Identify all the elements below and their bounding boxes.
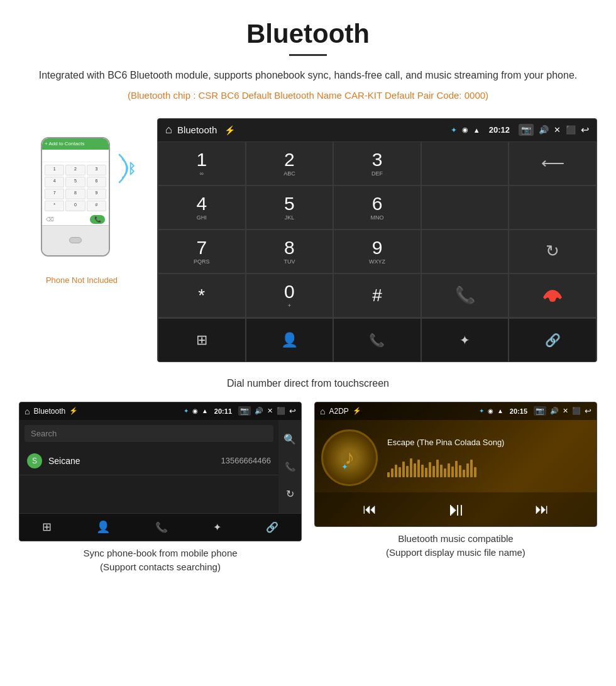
- music-x-icon[interactable]: ✕: [563, 407, 568, 415]
- bottom-screenshots: ⌂ Bluetooth ⚡ ✦ ◉ ▲ 20:11 📷 🔊 ✕ ⬛ ↩: [0, 402, 616, 577]
- phone-key-6[interactable]: 6: [87, 177, 106, 187]
- dial-key-hash[interactable]: #: [333, 274, 421, 318]
- viz-bar: [395, 465, 397, 477]
- dial-key-0[interactable]: 0+: [246, 274, 334, 318]
- pb-search-bar[interactable]: Search: [25, 425, 273, 442]
- dial-key-7[interactable]: 7PQRS: [158, 230, 246, 274]
- phone-key-0[interactable]: 0: [65, 201, 85, 211]
- dialpad-row-1: 1∞ 2ABC 3DEF ⟵: [158, 141, 597, 185]
- pb-nav-phone[interactable]: 📞: [155, 521, 168, 533]
- pb-home-icon[interactable]: ⌂: [25, 406, 30, 416]
- statusbar-back-icon[interactable]: ↩: [581, 124, 589, 136]
- music-time: 20:15: [510, 407, 527, 415]
- car-statusbar: ⌂ Bluetooth ⚡ ✦ ◉ ▲ 20:12 📷 🔊 ✕ ⬛ ↩: [158, 119, 597, 141]
- title-divider: [289, 54, 327, 56]
- pb-search-placeholder: Search: [31, 429, 57, 438]
- dial-key-6[interactable]: 6MNO: [333, 185, 421, 230]
- dial-key-9[interactable]: 9WXYZ: [333, 230, 421, 274]
- dial-key-2[interactable]: 2ABC: [246, 141, 334, 185]
- pb-nav-grid[interactable]: ⊞: [42, 520, 52, 534]
- nav-icon-phone[interactable]: 📞: [333, 318, 421, 362]
- pb-nav-bt[interactable]: ✦: [213, 521, 221, 533]
- pb-vol-icon[interactable]: 🔊: [255, 407, 263, 415]
- viz-bar: [455, 461, 458, 477]
- pb-main-row: Search S Seicane 13566664466 🔍: [19, 420, 301, 513]
- title-section: Bluetooth Integrated with BC6 Bluetooth …: [0, 0, 616, 118]
- viz-bar: [421, 465, 424, 477]
- nav-icon-bluetooth[interactable]: ✦: [421, 318, 509, 362]
- viz-bar: [406, 466, 409, 477]
- phonebook-screenshot-item: ⌂ Bluetooth ⚡ ✦ ◉ ▲ 20:11 📷 🔊 ✕ ⬛ ↩: [19, 402, 302, 577]
- music-next-btn[interactable]: ⏭: [535, 501, 549, 517]
- pb-call-icon[interactable]: 📞: [285, 462, 295, 472]
- statusbar-camera-icon[interactable]: 📷: [519, 124, 534, 136]
- phone-key-1[interactable]: 1: [45, 165, 64, 175]
- phone-screen: + Add to Contacts 1 2 3 4 5 6 7 8 9 *: [42, 138, 109, 226]
- music-camera-icon[interactable]: 📷: [534, 406, 546, 416]
- music-vol-icon[interactable]: 🔊: [550, 407, 559, 415]
- pb-bottom-nav: ⊞ 👤 📞 ✦ 🔗: [19, 513, 301, 541]
- music-home-icon[interactable]: ⌂: [320, 406, 325, 416]
- phone-key-2[interactable]: 2: [65, 165, 85, 175]
- dial-key-refresh[interactable]: ↻: [509, 230, 597, 274]
- phone-body: + Add to Contacts 1 2 3 4 5 6 7 8 9 *: [41, 137, 110, 257]
- pb-nav-contacts[interactable]: 👤: [96, 520, 110, 534]
- phone-call-btn[interactable]: 📞: [90, 215, 105, 224]
- phone-key-4[interactable]: 4: [45, 177, 64, 187]
- dial-key-star[interactable]: *: [158, 274, 246, 318]
- statusbar-volume-icon[interactable]: 🔊: [539, 125, 549, 135]
- nav-icon-contacts[interactable]: 👤: [246, 318, 334, 362]
- dial-key-hangup[interactable]: [509, 274, 597, 318]
- phone-key-5[interactable]: 5: [65, 177, 85, 187]
- dial-key-backspace[interactable]: ⟵: [509, 141, 597, 185]
- pb-nav-link[interactable]: 🔗: [266, 521, 278, 533]
- pb-main-content: Search S Seicane 13566664466: [19, 420, 278, 513]
- pb-time: 20:11: [214, 407, 232, 415]
- music-back-icon[interactable]: ↩: [585, 406, 591, 416]
- nav-icon-link[interactable]: 🔗: [509, 318, 597, 362]
- dial-key-call-green[interactable]: 📞: [421, 274, 509, 318]
- dial-key-1[interactable]: 1∞: [158, 141, 246, 185]
- statusbar-home-icon[interactable]: ⌂: [165, 123, 172, 136]
- phone-key-hash[interactable]: #: [87, 201, 106, 211]
- viz-bar: [466, 463, 469, 477]
- phone-key-8[interactable]: 8: [65, 189, 85, 199]
- dialpad-area: 1∞ 2ABC 3DEF ⟵ 4GHI 5JKL: [158, 141, 597, 362]
- phone-back-key[interactable]: ⌫: [46, 216, 54, 223]
- pb-x-icon[interactable]: ✕: [267, 407, 273, 415]
- phone-key-7[interactable]: 7: [45, 189, 64, 199]
- music-prev-btn[interactable]: ⏮: [363, 501, 377, 517]
- statusbar-title: Bluetooth: [177, 124, 217, 135]
- specs-text: (Bluetooth chip : CSR BC6 Default Blueto…: [38, 90, 578, 101]
- phone-home-button[interactable]: [69, 237, 82, 243]
- pb-back-icon[interactable]: ↩: [289, 406, 296, 416]
- dial-key-5[interactable]: 5JKL: [246, 185, 334, 230]
- pb-refresh-icon[interactable]: ↻: [286, 488, 294, 500]
- pb-spacer: [19, 475, 278, 513]
- pb-loc-icon: ◉: [192, 407, 198, 414]
- phone-container: ᛒ + Add to Contacts 1 2 3 4 5 6: [41, 137, 123, 269]
- music-win-icon[interactable]: ⬛: [572, 407, 581, 415]
- music-usb-icon: ⚡: [353, 407, 361, 415]
- dial-key-4[interactable]: 4GHI: [158, 185, 246, 230]
- dial-cell-empty-3: [509, 185, 597, 230]
- phone-key-star[interactable]: *: [45, 201, 64, 211]
- viz-bar: [440, 465, 443, 477]
- statusbar-window-icon[interactable]: ⬛: [566, 125, 576, 135]
- music-loc-icon: ◉: [488, 407, 493, 414]
- dial-key-3[interactable]: 3DEF: [333, 141, 421, 185]
- pb-search-icon[interactable]: 🔍: [283, 433, 296, 445]
- bluetooth-signal-waves: ᛒ: [116, 143, 148, 190]
- music-playpause-btn[interactable]: ⏯: [446, 499, 465, 520]
- dial-key-8[interactable]: 8TUV: [246, 230, 334, 274]
- pb-contact-item[interactable]: S Seicane 13566664466: [19, 447, 278, 475]
- music-statusbar: ⌂ A2DP ⚡ ✦ ◉ ▲ 20:15 📷 🔊 ✕ ⬛ ↩: [315, 402, 597, 420]
- phone-key-3[interactable]: 3: [87, 165, 106, 175]
- phone-key-9[interactable]: 9: [87, 189, 106, 199]
- statusbar-time: 20:12: [489, 125, 510, 135]
- nav-icon-grid[interactable]: ⊞: [158, 318, 246, 362]
- page-title: Bluetooth: [38, 19, 578, 49]
- pb-win-icon[interactable]: ⬛: [277, 407, 285, 415]
- pb-camera-icon[interactable]: 📷: [238, 406, 251, 416]
- statusbar-x-icon[interactable]: ✕: [554, 125, 561, 135]
